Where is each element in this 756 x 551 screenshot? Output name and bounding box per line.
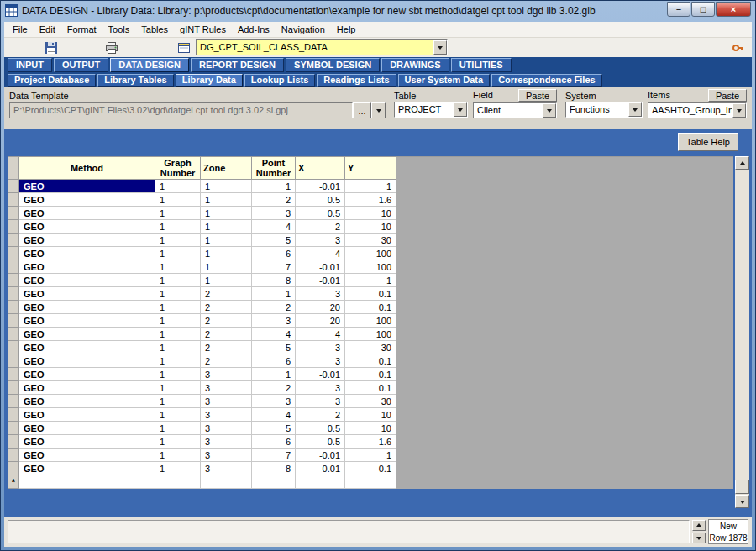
menu-item-add-ins[interactable]: Add-Ins: [232, 23, 276, 36]
grid-cell-y[interactable]: 1: [345, 180, 396, 193]
row-selector[interactable]: [8, 395, 19, 408]
main-tab-utilities[interactable]: UTILITIES: [451, 58, 512, 72]
main-tab-data-design[interactable]: DATA DESIGN: [110, 58, 189, 72]
main-tab-symbol-design[interactable]: SYMBOL DESIGN: [286, 58, 380, 72]
chevron-down-icon[interactable]: [732, 103, 746, 118]
grid-cell-x[interactable]: -0.01: [296, 368, 345, 381]
row-selector[interactable]: [8, 301, 19, 314]
sub-tab-lookup-lists[interactable]: Lookup Lists: [244, 74, 315, 87]
grid-col-header-zone[interactable]: Zone: [201, 157, 252, 180]
row-selector[interactable]: [8, 408, 19, 422]
grid-cell-method[interactable]: GEO: [19, 368, 155, 381]
chevron-down-icon[interactable]: [543, 103, 556, 118]
grid-cell-empty[interactable]: [19, 475, 155, 489]
grid-cell-graph[interactable]: 1: [155, 274, 201, 287]
grid-cell-graph[interactable]: 1: [155, 368, 201, 381]
field-combo[interactable]: Client: [473, 102, 557, 118]
grid-cell-x[interactable]: 3: [296, 395, 345, 408]
main-tab-output[interactable]: OUTPUT: [54, 58, 108, 72]
row-down-button[interactable]: [692, 533, 706, 543]
grid-cell-point[interactable]: 5: [252, 234, 296, 247]
grid-cell-point[interactable]: 2: [252, 381, 296, 395]
grid-cell-zone[interactable]: 2: [201, 314, 252, 328]
grid-col-header-method[interactable]: Method: [19, 157, 155, 180]
grid-cell-empty[interactable]: [155, 475, 201, 489]
grid-cell-method[interactable]: GEO: [19, 260, 155, 274]
grid-cell-zone[interactable]: 1: [201, 193, 252, 207]
grid-cell-zone[interactable]: 3: [201, 381, 252, 395]
grid-cell-y[interactable]: 1.6: [345, 435, 396, 449]
grid-cell-graph[interactable]: 1: [155, 435, 201, 449]
grid-cell-x[interactable]: 2: [296, 408, 345, 422]
grid-cell-y[interactable]: 10: [345, 220, 396, 234]
grid-cell-point[interactable]: 1: [252, 287, 296, 301]
row-selector[interactable]: [8, 341, 19, 354]
main-tab-report-design[interactable]: REPORT DESIGN: [191, 58, 284, 72]
sub-tab-user-system-data[interactable]: User System Data: [398, 74, 491, 87]
grid-cell-y[interactable]: 1: [345, 274, 396, 287]
grid-cell-method[interactable]: GEO: [19, 408, 155, 422]
grid-cell-graph[interactable]: 1: [155, 328, 201, 341]
grid-cell-method[interactable]: GEO: [19, 247, 155, 260]
grid-cell-method[interactable]: GEO: [19, 328, 155, 341]
grid-cell-x[interactable]: 0.5: [296, 207, 345, 220]
grid-cell-point[interactable]: 4: [252, 220, 296, 234]
grid-cell-graph[interactable]: 1: [155, 207, 201, 220]
sub-tab-readings-lists[interactable]: Readings Lists: [317, 74, 396, 87]
grid-cell-x[interactable]: 3: [296, 341, 345, 354]
grid-cell-method[interactable]: GEO: [19, 180, 155, 193]
grid-cell-y[interactable]: 30: [345, 395, 396, 408]
grid-cell-method[interactable]: GEO: [19, 449, 155, 462]
new-row-selector[interactable]: *: [8, 475, 19, 489]
grid-cell-y[interactable]: 1.6: [345, 193, 396, 207]
data-template-path-field[interactable]: P:\Products\CPT\gINT Files\3.02\dgd\datg…: [9, 102, 353, 118]
menu-item-file[interactable]: File: [7, 23, 34, 36]
grid-cell-x[interactable]: 0.5: [296, 193, 345, 207]
grid-cell-point[interactable]: 6: [252, 354, 296, 368]
grid-cell-zone[interactable]: 1: [201, 234, 252, 247]
menu-item-tables[interactable]: Tables: [135, 23, 174, 36]
row-selector[interactable]: [8, 287, 19, 301]
grid-cell-x[interactable]: -0.01: [296, 449, 345, 462]
row-selector[interactable]: [8, 220, 19, 234]
grid-cell-method[interactable]: GEO: [19, 341, 155, 354]
row-selector[interactable]: [8, 260, 19, 274]
main-tab-drawings[interactable]: DRAWINGS: [381, 58, 449, 72]
grid-cell-x[interactable]: 3: [296, 234, 345, 247]
grid-cell-x[interactable]: 2: [296, 220, 345, 234]
row-selector[interactable]: [8, 368, 19, 381]
table-selector-combo[interactable]: DG_CPT_SOIL_CLASS_DATA: [196, 39, 448, 55]
grid-cell-point[interactable]: 8: [252, 274, 296, 287]
grid-cell-zone[interactable]: 2: [201, 301, 252, 314]
grid-cell-point[interactable]: 4: [252, 328, 296, 341]
row-selector[interactable]: [8, 180, 19, 193]
grid-cell-graph[interactable]: 1: [155, 220, 201, 234]
grid-cell-y[interactable]: 0.1: [345, 381, 396, 395]
grid-cell-zone[interactable]: 1: [201, 274, 252, 287]
grid-cell-point[interactable]: 5: [252, 422, 296, 435]
template-dropdown-button[interactable]: [371, 102, 386, 118]
grid-cell-x[interactable]: -0.01: [296, 274, 345, 287]
grid-cell-x[interactable]: 20: [296, 314, 345, 328]
grid-cell-x[interactable]: 4: [296, 328, 345, 341]
row-selector[interactable]: [8, 328, 19, 341]
grid-cell-point[interactable]: 3: [252, 395, 296, 408]
main-tab-input[interactable]: INPUT: [8, 58, 52, 72]
grid-cell-graph[interactable]: 1: [155, 287, 201, 301]
row-selector[interactable]: [8, 247, 19, 260]
grid-cell-y[interactable]: 1: [345, 449, 396, 462]
grid-cell-y[interactable]: 10: [345, 408, 396, 422]
grid-cell-y[interactable]: 0.1: [345, 301, 396, 314]
grid-cell-method[interactable]: GEO: [19, 395, 155, 408]
grid-cell-zone[interactable]: 1: [201, 180, 252, 193]
grid-cell-y[interactable]: 0.1: [345, 354, 396, 368]
grid-cell-point[interactable]: 1: [252, 180, 296, 193]
chevron-down-icon[interactable]: [454, 102, 467, 117]
paste-items-button[interactable]: Paste: [708, 89, 747, 102]
grid-cell-y[interactable]: 100: [345, 328, 396, 341]
grid-cell-graph[interactable]: 1: [155, 354, 201, 368]
grid-cell-x[interactable]: 0.5: [296, 435, 345, 449]
grid-cell-empty[interactable]: [252, 475, 296, 489]
grid-cell-zone[interactable]: 1: [201, 220, 252, 234]
grid-cell-method[interactable]: GEO: [19, 207, 155, 220]
